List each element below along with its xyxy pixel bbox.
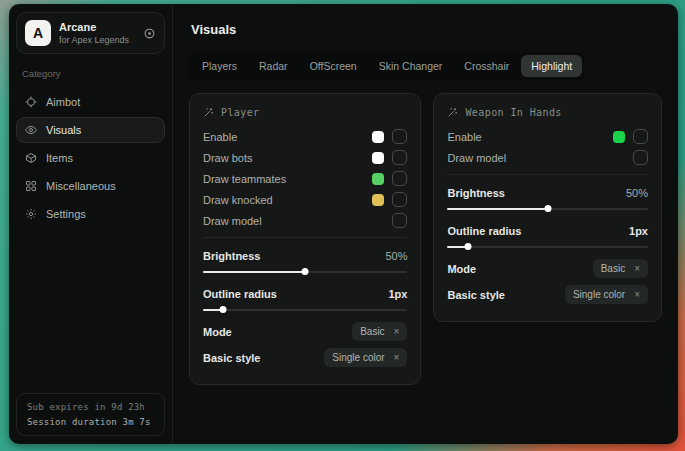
slider[interactable] (203, 305, 407, 314)
setting-label: Draw model (447, 152, 506, 164)
setting-row: Draw model (447, 147, 648, 168)
main-content: Visuals PlayersRadarOffScreenSkin Change… (173, 4, 678, 444)
cube-icon (25, 152, 37, 164)
tab-radar[interactable]: Radar (249, 55, 298, 77)
checkbox[interactable] (392, 192, 407, 207)
setting-label: Enable (447, 131, 481, 143)
checkbox[interactable] (633, 150, 648, 165)
setting-controls (392, 213, 407, 228)
slider-thumb[interactable] (464, 243, 471, 250)
crosshair-icon (25, 96, 37, 108)
chip-close-icon[interactable]: × (634, 264, 640, 274)
checkbox[interactable] (392, 150, 407, 165)
setting-controls (372, 129, 407, 144)
selected-option-chip[interactable]: Single color× (565, 285, 648, 304)
setting-label: Draw teammates (203, 173, 286, 185)
gear-icon (25, 208, 37, 220)
color-swatch[interactable] (372, 152, 384, 164)
setting-row: Draw bots (203, 147, 407, 168)
setting-label: Basic style (203, 352, 260, 364)
chip-close-icon[interactable]: × (394, 327, 400, 337)
page-title: Visuals (191, 22, 662, 37)
sidebar-item-visuals[interactable]: Visuals (16, 117, 165, 143)
slider[interactable] (203, 267, 407, 276)
tab-highlight[interactable]: Highlight (521, 55, 582, 77)
selected-option-chip[interactable]: Basic× (352, 322, 407, 341)
slider-thumb[interactable] (302, 268, 309, 275)
selected-option-chip[interactable]: Basic× (593, 259, 648, 278)
checkbox[interactable] (633, 129, 648, 144)
checkbox[interactable] (392, 129, 407, 144)
tab-players[interactable]: Players (192, 55, 247, 77)
setting-label: Mode (203, 326, 232, 338)
chip-close-icon[interactable]: × (634, 290, 640, 300)
slider[interactable] (447, 242, 648, 251)
sidebar-item-settings[interactable]: Settings (16, 201, 165, 227)
chip-label: Single color (332, 352, 384, 363)
slider-value: 1px (388, 288, 407, 300)
wand-icon (447, 107, 458, 118)
sidebar-item-miscellaneous[interactable]: Miscellaneous (16, 173, 165, 199)
slider-label-row: Outline radius1px (447, 220, 648, 241)
slider-value: 1px (629, 225, 648, 237)
chip-close-icon[interactable]: × (394, 353, 400, 363)
tab-skin-changer[interactable]: Skin Changer (369, 55, 453, 77)
subscription-info: Sub expires in 9d 23h Session duration 3… (16, 393, 165, 436)
desktop-background: A Arcane for Apex Legends Category Aimbo… (0, 0, 685, 451)
setting-label: Basic style (447, 289, 504, 301)
panel-header: Player (203, 107, 407, 118)
color-swatch[interactable] (372, 173, 384, 185)
slider-track (447, 246, 648, 248)
slider-label-row: Brightness50% (447, 182, 648, 203)
tab-offscreen[interactable]: OffScreen (300, 55, 367, 77)
sidebar-item-aimbot[interactable]: Aimbot (16, 89, 165, 115)
slider-label-row: Brightness50% (203, 245, 407, 266)
setting-controls (613, 129, 648, 144)
panel-player: PlayerEnableDraw botsDraw teammatesDraw … (189, 93, 421, 385)
slider-thumb[interactable] (220, 306, 227, 313)
slider-thumb[interactable] (544, 205, 551, 212)
color-swatch[interactable] (372, 131, 384, 143)
sidebar: A Arcane for Apex Legends Category Aimbo… (9, 4, 173, 444)
chip-setting-row: Basic styleSingle color× (447, 284, 648, 305)
setting-label: Draw bots (203, 152, 253, 164)
slider-track (203, 309, 407, 311)
setting-row: Enable (447, 126, 648, 147)
color-swatch[interactable] (613, 131, 625, 143)
panel-weapon-in-hands: Weapon In HandsEnableDraw modelBrightnes… (433, 93, 662, 322)
slider-value: 50% (385, 250, 407, 262)
color-swatch[interactable] (372, 194, 384, 206)
app-subtitle: for Apex Legends (59, 35, 129, 45)
checkbox[interactable] (392, 213, 407, 228)
setting-label: Outline radius (447, 225, 521, 237)
panels-container: PlayerEnableDraw botsDraw teammatesDraw … (189, 93, 662, 385)
chip-setting-row: ModeBasic× (447, 258, 648, 279)
panel-header: Weapon In Hands (447, 107, 648, 118)
sidebar-item-label: Aimbot (46, 96, 80, 108)
sidebar-item-items[interactable]: Items (16, 145, 165, 171)
target-icon[interactable] (143, 27, 156, 40)
slider-value: 50% (626, 187, 648, 199)
sidebar-item-label: Visuals (46, 124, 81, 136)
setting-label: Brightness (447, 187, 504, 199)
sidebar-item-label: Settings (46, 208, 86, 220)
setting-controls (372, 192, 407, 207)
selected-option-chip[interactable]: Single color× (324, 348, 407, 367)
slider-fill (203, 271, 305, 273)
section-divider (447, 174, 648, 175)
wand-icon (203, 107, 214, 118)
checkbox[interactable] (392, 171, 407, 186)
slider[interactable] (447, 204, 648, 213)
setting-label: Outline radius (203, 288, 277, 300)
setting-controls (372, 150, 407, 165)
app-logo: A (25, 20, 51, 46)
setting-label: Brightness (203, 250, 260, 262)
sidebar-nav: AimbotVisualsItemsMiscellaneousSettings (16, 87, 165, 229)
panel-title-label: Player (221, 107, 260, 118)
panel-title-label: Weapon In Hands (465, 107, 561, 118)
setting-label: Draw model (203, 215, 262, 227)
app-title: Arcane (59, 21, 129, 33)
category-label: Category (22, 68, 159, 79)
app-titles: Arcane for Apex Legends (59, 21, 129, 45)
tab-crosshair[interactable]: Crosshair (454, 55, 519, 77)
